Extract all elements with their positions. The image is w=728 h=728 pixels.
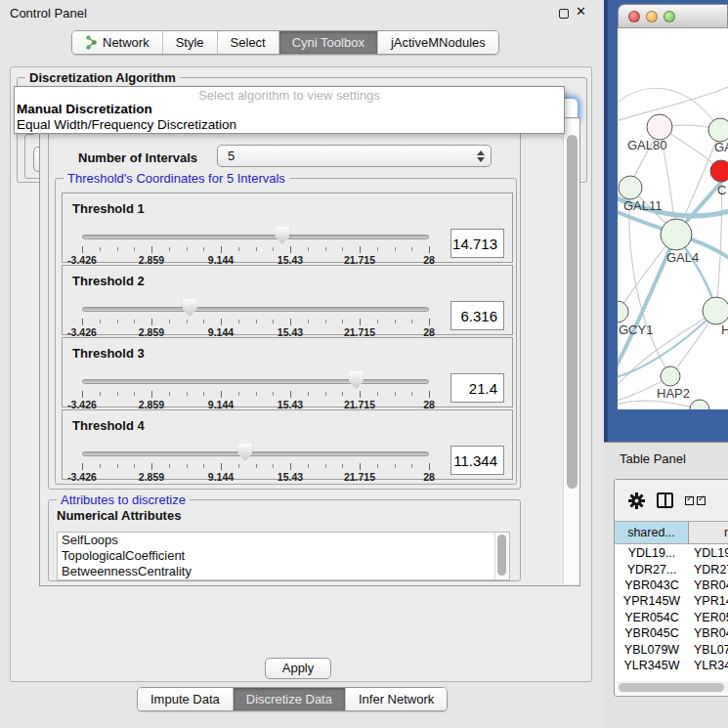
- minimize-traffic-light[interactable]: [646, 11, 658, 22]
- network-node-gal80[interactable]: [647, 114, 672, 140]
- tick-mark: [238, 247, 239, 251]
- slider-track[interactable]: [82, 451, 429, 456]
- tick-mark: [290, 463, 291, 470]
- table-panel: Table Panel: [604, 443, 728, 728]
- table-hscrollbar-thumb[interactable]: [619, 683, 724, 692]
- network-node-red[interactable]: [710, 160, 728, 182]
- table-row[interactable]: YDR27...YDR27: [615, 561, 728, 577]
- attribute-item[interactable]: SelfLoops: [58, 533, 509, 548]
- network-node-gal11[interactable]: [619, 176, 642, 199]
- table-row[interactable]: YDL19...YDL19: [615, 545, 728, 561]
- numerical-attributes-label: Numerical Attributes: [57, 508, 181, 523]
- control-panel-titlebar: Control Panel ✕: [0, 0, 598, 27]
- scale-label: 9.144: [208, 471, 234, 483]
- threshold-value-field[interactable]: 21.4: [450, 373, 504, 403]
- table-row[interactable]: YBR045CYBR045C: [615, 625, 728, 641]
- tab-network[interactable]: Network: [72, 31, 163, 54]
- network-node-gal-r[interactable]: [708, 118, 728, 142]
- scale-label: 28: [423, 471, 435, 483]
- tab-select[interactable]: Select: [218, 31, 279, 54]
- tick-mark: [82, 319, 83, 325]
- tab-infer-network[interactable]: Infer Network: [346, 688, 447, 710]
- tab-cyni-toolbox[interactable]: Cyni Toolbox: [279, 31, 378, 54]
- number-of-intervals-combobox[interactable]: 5: [217, 145, 492, 167]
- interval-definition-group: Interval Definition Number of Intervals …: [48, 126, 521, 490]
- threshold-value-field[interactable]: 11.344: [450, 446, 504, 475]
- settings-vertical-scrollbar[interactable]: [563, 119, 579, 584]
- network-node-bottom[interactable]: [690, 400, 709, 409]
- close-traffic-light[interactable]: [628, 11, 640, 22]
- tick-mark: [411, 464, 412, 468]
- column-header-name[interactable]: n: [689, 522, 728, 543]
- tick-mark: [429, 246, 430, 253]
- tick-mark: [325, 392, 326, 396]
- table-row[interactable]: YPR145WYPR145W: [615, 593, 728, 609]
- tab-jactivemnodules[interactable]: jActiveMNodules: [378, 31, 498, 54]
- attributes-scrollbar-thumb[interactable]: [497, 535, 506, 576]
- slider-thumb[interactable]: [183, 299, 197, 317]
- tick-mark: [429, 391, 430, 398]
- attributes-scrollbar[interactable]: [494, 533, 508, 579]
- column-layout-icon[interactable]: [657, 492, 673, 508]
- threshold-label: Threshold 2: [72, 274, 145, 288]
- tick-mark: [325, 464, 326, 468]
- tick-mark: [342, 320, 343, 323]
- tick-mark: [238, 320, 239, 323]
- algorithm-option[interactable]: Equal Width/Frequency Discretization: [15, 117, 564, 133]
- tick-mark: [411, 392, 412, 396]
- network-node-gcy1[interactable]: [618, 301, 628, 322]
- slider-thumb[interactable]: [275, 227, 289, 244]
- threshold-value-field[interactable]: 14.713: [450, 229, 504, 258]
- cell-name: YER054C: [689, 611, 728, 624]
- tick-mark: [151, 319, 152, 325]
- settings-scrollbar-thumb[interactable]: [567, 135, 578, 489]
- tick-mark: [221, 246, 222, 253]
- threshold-row: Threshold 4-3.4262.8599.14415.4321.71528…: [62, 409, 513, 480]
- threshold-value-field[interactable]: 6.316: [450, 301, 504, 330]
- tab-impute-data[interactable]: Impute Data: [138, 688, 234, 710]
- tab-discretize-data[interactable]: Discretize Data: [234, 688, 346, 710]
- slider-track[interactable]: [82, 379, 429, 384]
- tick-mark: [411, 320, 412, 323]
- float-window-icon[interactable]: [559, 9, 569, 19]
- tick-mark: [377, 320, 378, 323]
- column-header-shared-name[interactable]: shared...: [615, 522, 689, 543]
- table-row[interactable]: YLR345WYLR345W: [615, 658, 728, 673]
- gear-icon[interactable]: [628, 492, 645, 509]
- slider-track[interactable]: [82, 235, 429, 239]
- network-node-h-node[interactable]: [703, 297, 728, 324]
- network-node-gal4[interactable]: [661, 219, 692, 250]
- network-node-hap2[interactable]: [661, 366, 680, 386]
- tab-label: Cyni Toolbox: [292, 35, 364, 50]
- network-canvas[interactable]: GAL80GACGAL11GAL4GCY1HHAP2: [618, 28, 728, 409]
- slider-track[interactable]: [82, 307, 429, 312]
- network-window[interactable]: GAL80GACGAL11GAL4GCY1HHAP2: [618, 4, 728, 409]
- tick-mark: [308, 464, 309, 468]
- attribute-item[interactable]: BetweennessCentrality: [58, 564, 509, 579]
- combo-spinner-icon: [477, 146, 485, 166]
- number-of-intervals-label: Number of Intervals: [78, 150, 197, 165]
- select-columns-icon[interactable]: [685, 496, 706, 505]
- maximize-traffic-light[interactable]: [664, 11, 675, 22]
- slider-thumb[interactable]: [237, 444, 252, 461]
- table-row[interactable]: YBR043CYBR043C: [615, 578, 728, 593]
- tick-mark: [429, 463, 430, 470]
- attribute-item[interactable]: TopologicalCoefficient: [58, 548, 509, 564]
- tick-mark: [395, 320, 396, 323]
- slider-thumb[interactable]: [349, 371, 364, 389]
- table-row[interactable]: YER054CYER054C: [615, 610, 728, 625]
- table-row[interactable]: YBL079WYBL079W: [615, 641, 728, 657]
- tick-mark: [290, 246, 291, 253]
- table-horizontal-scrollbar[interactable]: [617, 681, 728, 693]
- close-icon[interactable]: ✕: [576, 4, 586, 19]
- apply-button[interactable]: Apply: [265, 658, 331, 679]
- tick-mark: [203, 320, 204, 323]
- tick-mark: [395, 464, 396, 468]
- settings-scrollpane: Interval Definition Number of Intervals …: [39, 117, 580, 586]
- threshold-label: Threshold 4: [72, 418, 145, 433]
- tick-mark: [360, 319, 361, 325]
- tick-mark: [187, 320, 188, 323]
- algorithm-option[interactable]: Manual Discretization: [15, 102, 564, 117]
- tab-style[interactable]: Style: [163, 31, 218, 54]
- network-window-titlebar[interactable]: [618, 4, 728, 28]
